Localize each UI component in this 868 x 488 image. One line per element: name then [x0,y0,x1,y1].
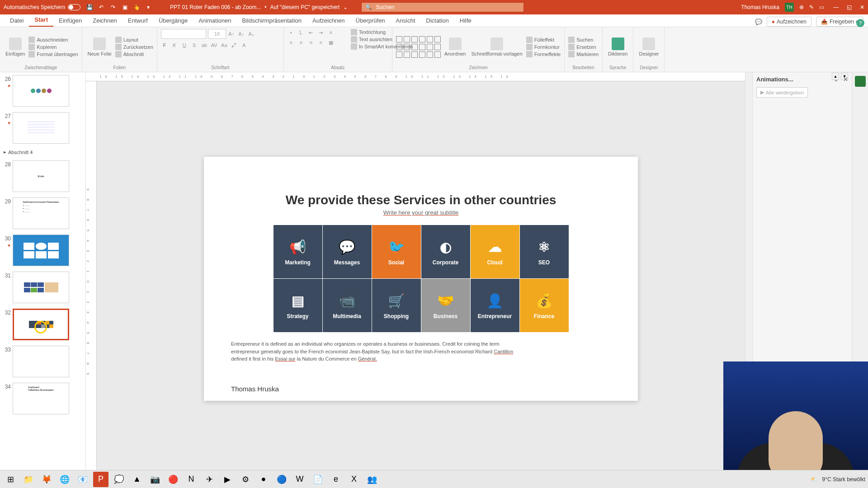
toggle-switch[interactable] [68,4,80,10]
align-text-button[interactable]: Text ausrichten [351,36,413,42]
tab-datei[interactable]: Datei [5,14,29,27]
app-icon[interactable]: 📄 [310,472,326,487]
new-slide-button[interactable]: Neue Folie [86,37,113,57]
shadow-icon[interactable]: ab [201,42,208,49]
text-direction-button[interactable]: Textrichtung [351,29,413,35]
highlight-icon[interactable]: 🖍 [231,42,238,49]
comments-icon[interactable]: 💬 [755,19,762,25]
thumb-image[interactable] [13,75,69,107]
increase-font-icon[interactable]: A↑ [228,30,235,38]
window-icon[interactable]: ▭ [819,4,824,10]
font-color-icon[interactable]: A [241,42,248,49]
thumb-28[interactable]: 28Ende [0,158,85,195]
tile-messages[interactable]: 💬Messages [323,225,372,278]
thumb-image[interactable] [13,346,69,377]
designer-toolbar-icon[interactable] [855,76,866,87]
align-left-icon[interactable]: ≡ [288,39,295,46]
find-button[interactable]: Suchen [568,37,599,43]
explorer-icon[interactable]: 📁 [21,472,36,487]
tile-strategy[interactable]: ▤Strategy [274,279,322,332]
decrease-font-icon[interactable]: A↓ [238,30,245,38]
document-name[interactable]: PPT 01 Roter Faden 006 - ab Zoom... [170,4,261,10]
tile-marketing[interactable]: 📢Marketing [274,225,322,278]
tab-entwurf[interactable]: Entwurf [123,14,153,27]
replace-button[interactable]: Ersetzen [568,44,599,50]
thumb-image[interactable]: DashboardKaffeehaus Businessplan [13,383,69,414]
tab-bildschirm[interactable]: Bildschirmpräsentation [236,14,307,27]
line-spacing-icon[interactable]: ≡ [327,29,335,36]
present-icon[interactable]: ▣ [121,4,128,11]
increase-indent-icon[interactable]: ⇥ [317,29,325,36]
chrome-icon[interactable]: 🌐 [57,472,72,487]
onenote-icon[interactable]: N [184,472,199,487]
tile-entrepreneur[interactable]: 👤Entrepreneur [471,279,519,332]
slide-title[interactable]: We provide these Services in other count… [231,193,611,207]
bold-icon[interactable]: F [161,42,168,49]
globe-icon[interactable]: ⊕ [799,4,804,10]
decrease-indent-icon[interactable]: ⇤ [307,29,315,36]
tab-animationen[interactable]: Animationen [193,14,236,27]
save-icon[interactable]: 💾 [86,4,93,11]
paste-button[interactable]: Einfügen [4,37,27,57]
align-center-icon[interactable]: ≡ [297,39,305,46]
tile-seo[interactable]: ⚛SEO [520,225,569,278]
tab-zeichnen[interactable]: Zeichnen [87,14,122,27]
record-button[interactable]: ●Aufzeichnen [767,17,811,27]
autosave-toggle[interactable]: Automatisches Speichern [4,4,80,10]
tile-social[interactable]: 🐦Social [372,225,421,278]
font-size-select[interactable]: 18 [208,29,226,39]
quickstyles-button[interactable]: Schnellformat-vorlagen [470,37,524,57]
tile-corporate[interactable]: ◐Corporate [421,225,470,278]
reset-button[interactable]: Zurücksetzen [115,44,153,50]
dictate-button[interactable]: Diktieren [606,37,629,57]
strikethrough-icon[interactable]: S [191,42,198,49]
thumb-image[interactable] [13,309,69,340]
user-name[interactable]: Thomas Hruska [741,4,779,10]
qat-dropdown-icon[interactable]: ▾ [145,4,152,11]
app-icon[interactable]: 🔴 [165,472,181,487]
slide-editor[interactable]: 16 15 14 13 12 11 10 9 8 7 6 5 4 3 2 1 0… [86,72,745,476]
tab-aufzeichnen[interactable]: Aufzeichnen [307,14,350,27]
tab-einfuegen[interactable]: Einfügen [53,14,87,27]
outlook-icon[interactable]: 📧 [75,472,90,487]
thumb-image[interactable]: Ende [13,160,69,192]
tile-multimedia[interactable]: 📹Multimedia [323,279,372,332]
outline-button[interactable]: Formkontur [526,44,561,50]
canvas[interactable]: We provide these Services in other count… [97,81,745,476]
app-icon[interactable]: ● [256,472,271,487]
section-button[interactable]: Abschnitt [115,51,153,57]
system-tray[interactable]: ⛅ 9°C Stark bewölkt [811,476,865,483]
telegram-icon[interactable]: ✈ [202,472,217,487]
app-icon[interactable]: 💭 [111,472,127,487]
thumb-27[interactable]: 27★ [0,109,85,146]
firefox-icon[interactable]: 🦊 [39,472,54,487]
app-icon[interactable]: 🔵 [274,472,289,487]
tile-finance[interactable]: 💰Finance [520,279,569,332]
maximize-icon[interactable]: ◱ [847,4,852,10]
tile-shopping[interactable]: 🛒Shopping [372,279,421,332]
close-icon[interactable]: ✕ [843,76,848,83]
teams-icon[interactable]: 👥 [364,472,380,487]
slide-description[interactable]: Entrepreneur it is defined as an individ… [231,340,520,363]
minimize-icon[interactable]: — [833,4,839,10]
services-grid[interactable]: 📢Marketing 💬Messages 🐦Social ◐Corporate … [274,225,569,332]
thumb-31[interactable]: 31 [0,269,85,306]
vlc-icon[interactable]: ▲ [129,472,145,487]
align-right-icon[interactable]: ≡ [307,39,315,46]
user-avatar[interactable]: TH [785,3,794,12]
underline-icon[interactable]: U [181,42,188,49]
search-box[interactable]: 🔍 Suchen [361,2,524,12]
justify-icon[interactable]: ≡ [317,39,325,46]
start-icon[interactable]: ⊞ [3,472,18,487]
close-icon[interactable]: ✕ [860,4,864,10]
thumb-image[interactable] [13,272,69,303]
thumb-image[interactable] [13,112,69,144]
slide-subtitle[interactable]: Write here your great subtitle [231,209,611,216]
excel-icon[interactable]: X [346,472,362,487]
select-button[interactable]: Markieren [568,51,599,57]
smartart-button[interactable]: In SmartArt konvertieren [351,43,413,50]
tab-uebergaenge[interactable]: Übergänge [153,14,193,27]
chevron-down-icon[interactable]: ⌄ [343,4,348,10]
thumb-26[interactable]: 26★ [0,72,85,109]
tab-ansicht[interactable]: Ansicht [391,14,421,27]
